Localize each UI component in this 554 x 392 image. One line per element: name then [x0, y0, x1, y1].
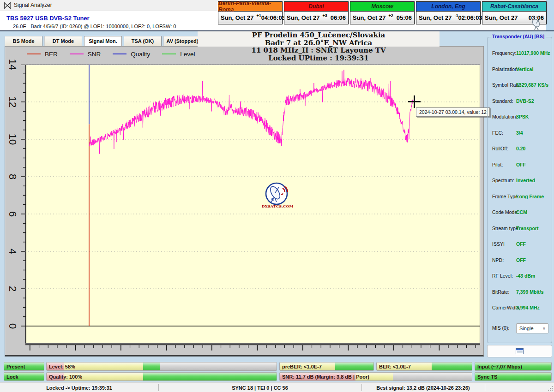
field-label-9: Frame Type:: [492, 194, 519, 199]
field-value-8: Inverted: [516, 178, 535, 183]
field-value-9: Long Frame: [516, 194, 544, 199]
field-value-0: 11017,900 MHz: [516, 50, 550, 56]
header-line-site: PF Prodelin 450_Lučenec/Slovakia: [199, 31, 439, 39]
signal-analyzer-window: Signal Analyzer TBS 5927 USB DVB-S2 Tune…: [0, 0, 554, 392]
field-label-11: Stream type:: [492, 226, 520, 231]
clock-date: Sun, Oct 27: [221, 14, 254, 21]
field-value-6: 0.20: [516, 146, 525, 151]
field-value-16: 3,994 MHz: [516, 305, 540, 310]
legend-label: BER: [45, 51, 58, 58]
field-label-0: Frequency:: [492, 50, 517, 56]
field-label-4: Modulation:: [492, 114, 517, 119]
tab-tsa-ok[interactable]: TSA (OK): [124, 36, 162, 47]
field-value-1: Vertical: [516, 66, 533, 72]
legend-swatch: [70, 53, 84, 54]
world-clock-1: Berlin-Paris-Vienna-RomaSun, Oct 27+104:…: [218, 1, 283, 24]
clock-time: 04:06:03: [261, 14, 285, 21]
statusbar-section-3: Best signal: 13,2 dB (2024-10-26 23:26): [361, 383, 485, 392]
field-label-13: NPD:: [492, 257, 504, 263]
status-bar-present: Present: [4, 362, 44, 371]
field-label-15: BitRate:: [492, 289, 509, 295]
header-line-uptime: Locked UPtime : 19:39:31: [199, 54, 439, 62]
world-clock-2: DubaiSun, Oct 27+306:06: [284, 1, 349, 24]
field-label-14: RF Level:: [492, 273, 513, 279]
transponder-panel-title: Transponder (AU) [BS]: [491, 34, 546, 39]
field-value-2: 3329,687 KS/s: [516, 82, 548, 88]
status-bar-label: Sync TS: [477, 374, 497, 380]
tuner-subtitle: 26.0E - Badr 4/5/6/7 (ID: 0260) @ LOF1: …: [13, 24, 176, 29]
clock-utc-offset: +3: [323, 13, 327, 18]
legend-item-snr: SNR: [70, 51, 101, 58]
clock-date: Sun, Oct 27: [485, 14, 518, 21]
legend-item-level: Level: [162, 51, 195, 58]
field-value-7: OFF: [516, 162, 526, 167]
snr-trace: [89, 70, 413, 154]
legend-label: Level: [180, 51, 195, 58]
app-logo-icon: [4, 2, 11, 9]
watermark-text: DXSATCS.COM: [262, 204, 293, 208]
statusbar: Locked -> Uptime: 19:39:31SYNC 18 | TEI …: [0, 382, 554, 392]
transponder-list-button[interactable]: [487, 345, 552, 357]
y-tick-label: 0: [6, 320, 18, 332]
tab-av-stopped[interactable]: AV (Stopped): [163, 36, 201, 47]
statusbar-separator: [158, 384, 159, 391]
status-bar-label: SNR: 11,7 dB (Margin: 3,8 dB | Poor): [282, 374, 369, 380]
statusbar-section-2: SYNC 18 | TEI 0 | CC 56: [158, 383, 361, 392]
world-clock-3: MoscowSun, Oct 27+205:06: [350, 1, 415, 24]
snr-chart: [25, 65, 480, 344]
field-label-5: FEC:: [492, 130, 503, 136]
field-value-12: OFF: [516, 241, 526, 247]
clock-date: Sun, Oct 27: [287, 14, 320, 21]
clock-utc-offset: +2: [389, 13, 393, 18]
clock-city: London, Eng: [416, 2, 480, 12]
statusbar-separator: [361, 384, 362, 391]
clock-city: Moscow: [350, 2, 414, 12]
field-value-4: 8PSK: [516, 114, 529, 119]
clock-date: Sun, Oct 27: [353, 14, 386, 21]
resize-grip[interactable]: [548, 386, 553, 391]
mis-dropdown[interactable]: Single ∨: [516, 323, 548, 333]
y-tick-label: 4: [6, 245, 18, 257]
world-clock-4: London, EngSun, Oct 27-102:06:03: [416, 1, 481, 24]
header-line-satellite: Badr 7 at 26.0°E_NW Africa: [199, 39, 439, 47]
satellite-dish-icon: [530, 18, 544, 30]
field-value-5: 3/4: [516, 130, 523, 136]
transponder-panel: Transponder (AU) [BS] Frequency:11017,90…: [487, 37, 552, 343]
chevron-down-icon: ∨: [542, 324, 546, 333]
tab-dt-mode[interactable]: DT Mode: [44, 36, 82, 47]
field-label-12: ISSYI: [492, 241, 505, 247]
clock-time: 06:06: [331, 14, 346, 21]
status-bar-label: Level: 58%: [49, 364, 75, 369]
x-axis-ticks: [25, 344, 480, 352]
mis-selected-value: Single: [519, 326, 534, 331]
legend-swatch: [162, 53, 176, 54]
status-bar-label: BER: <1.0E-7: [379, 364, 411, 369]
clock-city: Dubai: [284, 2, 348, 12]
tab-signal-mon[interactable]: Signal Mon.: [84, 36, 122, 47]
field-value-3: DVB-S2: [516, 98, 534, 104]
field-value-11: Transport: [516, 226, 538, 231]
clock-date: Sun, Oct 27: [419, 14, 452, 21]
status-bar-label: Lock: [6, 374, 18, 380]
y-tick-label: 8: [6, 171, 18, 183]
mode-tabs: BS ModeDT ModeSignal Mon.TSA (OK)AV (Sto…: [5, 36, 201, 47]
status-bar-syncts: Sync TS: [475, 372, 552, 381]
status-bar-preber: preBER: <1.0E-7: [279, 362, 374, 371]
tab-bs-mode[interactable]: BS Mode: [5, 36, 42, 47]
y-tick-label: 14: [6, 59, 18, 71]
y-tick-label: 2: [6, 283, 18, 295]
clock-city: Rabat-Casablanca: [482, 2, 546, 12]
statusbar-section-4: [485, 383, 547, 392]
field-value-15: 7,399 Mbit/s: [516, 289, 544, 295]
field-label-7: Pilot:: [492, 162, 503, 167]
app-title: Signal Analyzer: [14, 2, 52, 8]
value-tooltip: 2024-10-27 03.00.14, value: 12: [416, 107, 490, 117]
legend-item-quality: Quality: [113, 51, 150, 58]
y-tick-label: 12: [6, 96, 18, 108]
field-value-14: -43 dBm: [516, 273, 535, 279]
header-line-channel: 11 018 MHz_H : SNRT Layoune TV: [199, 47, 439, 54]
clock-utc-offset: -1: [455, 13, 458, 18]
list-icon: [516, 348, 524, 354]
field-value-10: CCM: [516, 209, 527, 215]
field-label-6: RollOff:: [492, 146, 508, 151]
